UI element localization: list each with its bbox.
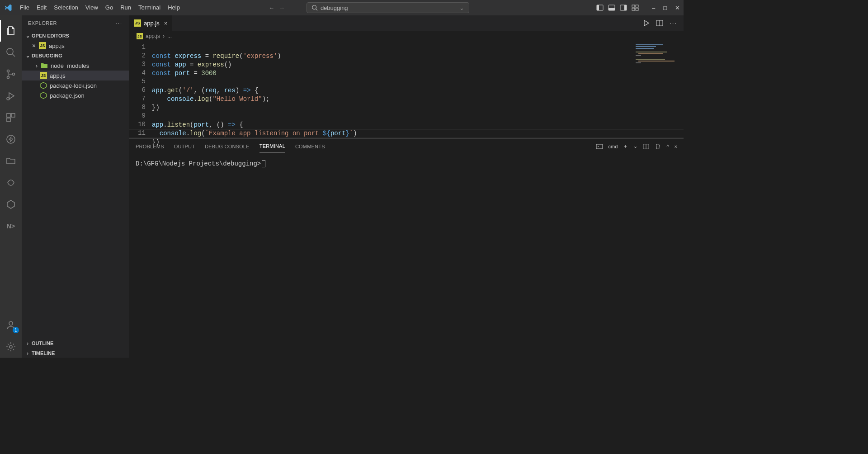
activity-accounts-icon[interactable]: 1 bbox=[0, 314, 22, 336]
layout-sidebar-left-icon[interactable] bbox=[596, 4, 604, 12]
file-row-package-lock[interactable]: package-lock.json bbox=[22, 80, 129, 90]
code-editor[interactable]: 1234567891011 const express = require('e… bbox=[129, 42, 684, 138]
nav-forward-icon[interactable]: → bbox=[279, 5, 285, 11]
line-gutter: 1234567891011 bbox=[129, 42, 152, 138]
svg-rect-34 bbox=[636, 52, 667, 52]
close-icon[interactable]: × bbox=[31, 42, 37, 49]
menu-file[interactable]: File bbox=[16, 0, 33, 15]
bottom-panel: PROBLEMS OUTPUT DEBUG CONSOLE TERMINAL C… bbox=[129, 138, 684, 319]
kill-terminal-icon[interactable] bbox=[655, 143, 661, 150]
p: ( bbox=[239, 52, 243, 60]
activity-folder-icon[interactable] bbox=[0, 150, 22, 172]
new-terminal-icon[interactable]: ＋ bbox=[623, 143, 628, 150]
open-editor-item[interactable]: × JS app.js bbox=[22, 41, 129, 51]
activity-nx-icon[interactable]: N> bbox=[0, 215, 22, 237]
str: "Hello World" bbox=[212, 95, 262, 103]
svg-rect-19 bbox=[7, 114, 10, 117]
svg-marker-26 bbox=[40, 82, 47, 89]
window-minimize-icon[interactable]: – bbox=[652, 5, 655, 11]
activity-hex-icon[interactable] bbox=[0, 194, 22, 215]
vscode-logo-icon bbox=[4, 3, 13, 12]
file-name: package.json bbox=[50, 92, 85, 99]
fn: log bbox=[198, 95, 209, 103]
panel-tab-comments[interactable]: COMMENTS bbox=[295, 141, 325, 152]
activity-thunder-icon[interactable] bbox=[0, 128, 22, 150]
window-close-icon[interactable]: ✕ bbox=[675, 5, 680, 11]
open-editors-header[interactable]: ⌄ OPEN EDITORS bbox=[22, 31, 129, 41]
str: '/' bbox=[182, 87, 193, 94]
folder-label: DEBUGGING bbox=[32, 53, 62, 58]
p: ( bbox=[179, 87, 182, 94]
activity-search-icon[interactable] bbox=[0, 42, 22, 63]
close-icon[interactable]: × bbox=[164, 20, 168, 27]
layout-panel-icon[interactable] bbox=[608, 4, 616, 12]
more-icon[interactable]: ··· bbox=[670, 19, 677, 27]
close-panel-icon[interactable]: × bbox=[675, 144, 677, 149]
file-row-package-json[interactable]: package.json bbox=[22, 90, 129, 100]
js-file-icon: JS bbox=[40, 72, 47, 79]
outline-header[interactable]: › OUTLINE bbox=[22, 338, 129, 348]
menu-selection[interactable]: Selection bbox=[50, 0, 81, 15]
id: app bbox=[152, 87, 163, 94]
p: () bbox=[224, 61, 232, 68]
activity-share-icon[interactable] bbox=[0, 172, 22, 194]
file-row-app-js[interactable]: JS app.js bbox=[22, 71, 129, 80]
menu-terminal[interactable]: Terminal bbox=[135, 0, 164, 15]
op: = bbox=[186, 61, 198, 68]
command-center[interactable]: debugging ⌄ bbox=[307, 2, 469, 13]
terminal-profile-icon[interactable] bbox=[596, 143, 603, 150]
svg-line-13 bbox=[12, 54, 15, 57]
split-editor-icon[interactable] bbox=[656, 19, 663, 27]
chevron-down-icon[interactable]: ⌄ bbox=[459, 5, 464, 11]
timeline-header[interactable]: › TIMELINE bbox=[22, 348, 129, 358]
maximize-panel-icon[interactable]: ^ bbox=[666, 144, 669, 149]
open-editor-filename: app.js bbox=[49, 43, 65, 49]
panel-tab-terminal[interactable]: TERMINAL bbox=[259, 140, 285, 152]
window-maximize-icon[interactable]: □ bbox=[663, 5, 667, 11]
editor-area: JS app.js × ··· JS app.js › ... bbox=[129, 15, 684, 358]
editor-tab-app-js[interactable]: JS app.js × bbox=[129, 15, 172, 31]
layout-customize-icon[interactable] bbox=[631, 4, 639, 12]
menu-run[interactable]: Run bbox=[117, 0, 135, 15]
svg-point-24 bbox=[9, 322, 13, 325]
svg-marker-17 bbox=[9, 93, 14, 99]
code-content[interactable]: const express = require('express') const… bbox=[152, 42, 684, 138]
activity-settings-icon[interactable] bbox=[0, 336, 22, 358]
run-icon[interactable] bbox=[642, 19, 650, 27]
activity-explorer-icon[interactable] bbox=[0, 20, 22, 42]
svg-rect-37 bbox=[636, 59, 665, 60]
minimap[interactable] bbox=[634, 42, 684, 138]
menu-view[interactable]: View bbox=[82, 0, 102, 15]
breadcrumbs[interactable]: JS app.js › ... bbox=[129, 31, 684, 42]
panel-tab-debug-console[interactable]: DEBUG CONSOLE bbox=[205, 141, 250, 152]
more-icon[interactable]: ··· bbox=[116, 20, 123, 26]
file-row-node-modules[interactable]: › node_modules bbox=[22, 61, 129, 71]
terminal-body[interactable]: D:\GFG\Nodejs Projects\debugging> bbox=[129, 154, 684, 319]
menu-help[interactable]: Help bbox=[164, 0, 184, 15]
menu-edit[interactable]: Edit bbox=[33, 0, 50, 15]
editor-tabs: JS app.js × ··· bbox=[129, 15, 684, 31]
id: port bbox=[175, 70, 190, 77]
split-terminal-icon[interactable] bbox=[643, 143, 649, 150]
id: port bbox=[193, 121, 209, 128]
p: . bbox=[163, 121, 167, 128]
breadcrumb-sep-icon: › bbox=[163, 33, 165, 39]
param: res bbox=[224, 87, 236, 94]
kw: const bbox=[152, 70, 175, 77]
activity-scm-icon[interactable] bbox=[0, 63, 22, 85]
svg-rect-21 bbox=[7, 118, 10, 122]
folder-header[interactable]: ⌄ DEBUGGING bbox=[22, 51, 129, 61]
title-bar: File Edit Selection View Go Run Terminal… bbox=[0, 0, 684, 15]
terminal-profile-label[interactable]: cmd bbox=[609, 144, 618, 149]
activity-extensions-icon[interactable] bbox=[0, 107, 22, 128]
terminal-dropdown-icon[interactable]: ⌄ bbox=[633, 143, 637, 149]
arrow: => bbox=[243, 87, 251, 94]
fn: log bbox=[190, 130, 201, 137]
id: app bbox=[152, 121, 163, 128]
activity-debug-icon[interactable] bbox=[0, 85, 22, 107]
menu-go[interactable]: Go bbox=[102, 0, 117, 15]
p: . bbox=[163, 87, 167, 94]
layout-sidebar-right-icon[interactable] bbox=[619, 4, 627, 12]
svg-rect-9 bbox=[636, 5, 638, 7]
nav-back-icon[interactable]: ← bbox=[269, 5, 274, 11]
